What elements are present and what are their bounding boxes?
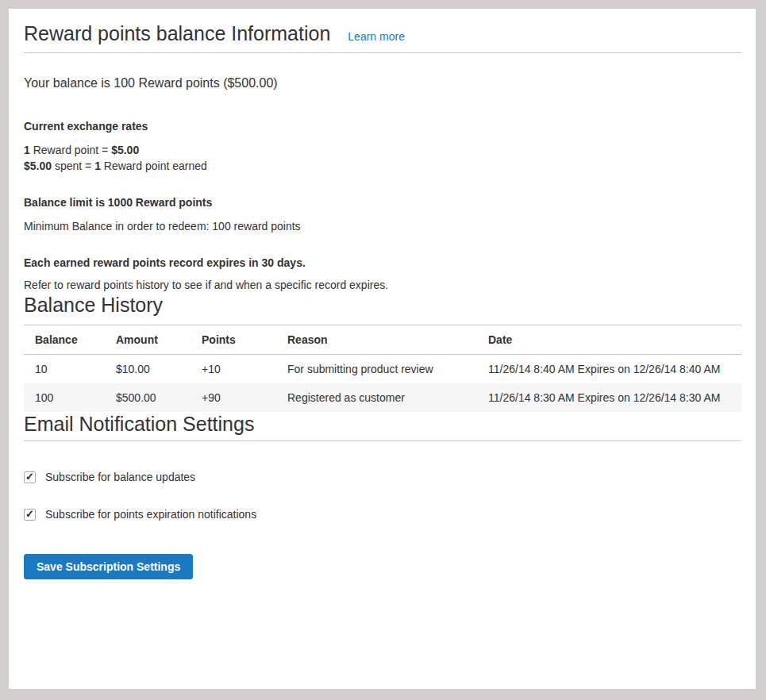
- cell-amount: $10.00: [108, 355, 194, 384]
- table-row: 10 $10.00 +10 For submitting product rev…: [24, 355, 741, 384]
- table-row: 100 $500.00 +90 Registered as customer 1…: [24, 383, 741, 412]
- balance-history-heading: Balance History: [24, 293, 741, 317]
- cell-balance: 10: [24, 355, 108, 384]
- balance-updates-option: Subscribe for balance updates: [24, 470, 741, 484]
- column-header-balance: Balance: [24, 325, 108, 355]
- column-header-date: Date: [480, 325, 741, 355]
- rate-spend-middle: spent =: [52, 160, 94, 172]
- cell-reason: Registered as customer: [279, 383, 480, 412]
- balance-limit-text: Balance limit is 1000 Reward points: [24, 194, 741, 210]
- rate-earn-middle: Reward point =: [30, 144, 111, 156]
- email-notification-heading: Email Notification Settings: [24, 412, 741, 441]
- balance-updates-checkbox[interactable]: [24, 471, 36, 483]
- exchange-rates: 1 Reward point = $5.00 $5.00 spent = 1 R…: [24, 142, 741, 174]
- exchange-rate-spend: $5.00 spent = 1 Reward point earned: [24, 158, 741, 174]
- save-subscription-settings-button[interactable]: Save Subscription Settings: [24, 554, 193, 579]
- column-header-reason: Reason: [279, 325, 480, 355]
- minimum-balance-text: Minimum Balance in order to redeem: 100 …: [24, 218, 741, 234]
- points-expiration-label[interactable]: Subscribe for points expiration notifica…: [45, 507, 256, 521]
- expiration-notice: Each earned reward points record expires…: [24, 255, 741, 271]
- exchange-rates-heading: Current exchange rates: [24, 118, 741, 134]
- reward-points-card: Reward points balance Information Learn …: [9, 9, 756, 689]
- expiration-hint: Refer to reward points history to see if…: [24, 277, 741, 293]
- balance-summary: Your balance is 100 Reward points ($500.…: [24, 75, 741, 92]
- rate-spend-suffix: Reward point earned: [101, 160, 207, 172]
- page-background: Reward points balance Information Learn …: [0, 0, 766, 700]
- rate-spend-amount: $5.00: [24, 160, 52, 172]
- rate-spend-points: 1: [94, 160, 101, 172]
- cell-amount: $500.00: [108, 383, 194, 412]
- rate-earn-points: 1: [24, 144, 30, 156]
- cell-date: 11/26/14 8:40 AM Expires on 12/26/14 8:4…: [480, 355, 741, 384]
- rate-earn-amount: $5.00: [111, 144, 139, 156]
- cell-reason: For submitting product review: [279, 355, 480, 384]
- cell-balance: 100: [24, 383, 108, 412]
- cell-date: 11/26/14 8:30 AM Expires on 12/26/14 8:3…: [480, 383, 741, 412]
- cell-points: +90: [194, 383, 279, 412]
- points-expiration-checkbox[interactable]: [24, 509, 36, 521]
- learn-more-link[interactable]: Learn more: [348, 30, 405, 43]
- cell-points: +10: [194, 355, 279, 384]
- column-header-points: Points: [194, 325, 279, 355]
- page-header: Reward points balance Information Learn …: [24, 21, 741, 53]
- balance-updates-label[interactable]: Subscribe for balance updates: [45, 470, 195, 484]
- page-title: Reward points balance Information: [24, 21, 330, 45]
- exchange-rate-earn: 1 Reward point = $5.00: [24, 142, 741, 158]
- balance-history-table: Balance Amount Points Reason Date 10 $10…: [24, 325, 741, 412]
- points-expiration-option: Subscribe for points expiration notifica…: [24, 507, 741, 521]
- table-header-row: Balance Amount Points Reason Date: [24, 325, 741, 355]
- column-header-amount: Amount: [108, 325, 194, 355]
